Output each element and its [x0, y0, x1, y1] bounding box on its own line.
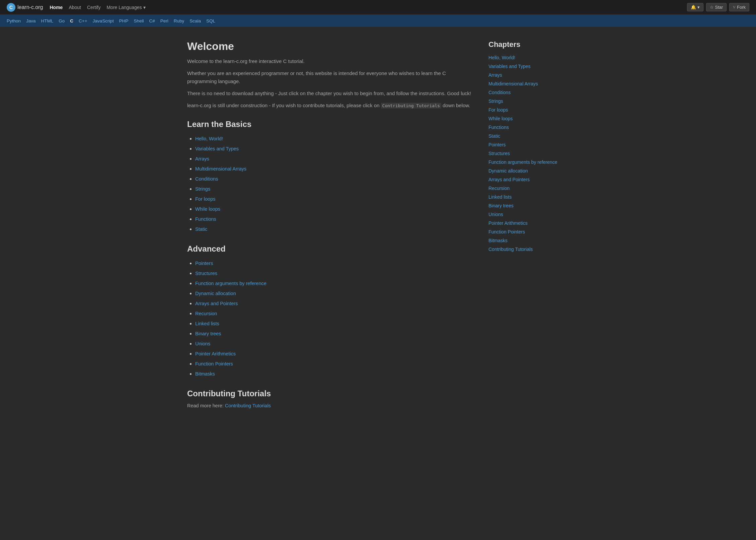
sidebar-link-while-loops[interactable]: While loops	[488, 116, 513, 121]
sidebar-item: Static	[488, 133, 569, 140]
link-recursion[interactable]: Recursion	[195, 311, 217, 316]
sidebar-item: Structures	[488, 150, 569, 157]
sidebar-item: For loops	[488, 107, 569, 114]
lang-sql[interactable]: SQL	[206, 18, 215, 23]
sidebar-link-dynamic-allocation[interactable]: Dynamic allocation	[488, 168, 528, 174]
sidebar-link-unions[interactable]: Unions	[488, 212, 503, 217]
sidebar-link-arrays-pointers[interactable]: Arrays and Pointers	[488, 177, 530, 182]
link-linked-lists[interactable]: Linked lists	[195, 321, 219, 326]
sidebar-item: Arrays	[488, 72, 569, 79]
sidebar-link-function-pointers[interactable]: Function Pointers	[488, 229, 525, 234]
sidebar-item: Recursion	[488, 185, 569, 192]
nav-home[interactable]: Home	[50, 5, 63, 10]
link-functions[interactable]: Functions	[195, 216, 216, 222]
list-item: Static	[195, 224, 475, 234]
sidebar-link-pointers[interactable]: Pointers	[488, 142, 506, 147]
link-function-args-ref[interactable]: Function arguments by reference	[195, 281, 267, 286]
list-item: Functions	[195, 214, 475, 224]
lang-java[interactable]: Java	[26, 18, 36, 23]
link-pointer-arithmetics[interactable]: Pointer Arithmetics	[195, 351, 236, 356]
list-item: Hello, World!	[195, 134, 475, 144]
lang-javascript[interactable]: JavaScript	[93, 18, 114, 23]
contributing-title: Contributing Tutorials	[187, 389, 475, 398]
sidebar-link-contributing[interactable]: Contributing Tutorials	[488, 247, 533, 252]
link-conditions[interactable]: Conditions	[195, 176, 218, 182]
lang-perl[interactable]: Perl	[160, 18, 168, 23]
link-for-loops[interactable]: For loops	[195, 196, 215, 202]
sidebar-link-strings[interactable]: Strings	[488, 98, 503, 104]
link-strings[interactable]: Strings	[195, 186, 210, 192]
sidebar-link-function-args-ref[interactable]: Function arguments by reference	[488, 159, 557, 165]
sidebar-link-arrays[interactable]: Arrays	[488, 72, 502, 78]
sidebar-link-static[interactable]: Static	[488, 133, 500, 139]
link-function-pointers[interactable]: Function Pointers	[195, 361, 233, 366]
list-item: Bitmasks	[195, 369, 475, 379]
sidebar-link-conditions[interactable]: Conditions	[488, 90, 511, 95]
sidebar-link-recursion[interactable]: Recursion	[488, 186, 510, 191]
intro-3: There is no need to download anything - …	[187, 89, 475, 97]
sidebar-link-hello-world[interactable]: Hello, World!	[488, 55, 515, 60]
sidebar-item: Multidimensional Arrays	[488, 80, 569, 87]
lang-ruby[interactable]: Ruby	[174, 18, 184, 23]
list-item: Structures	[195, 268, 475, 278]
nav-more-languages[interactable]: More Languages ▾	[106, 5, 145, 10]
link-static[interactable]: Static	[195, 226, 207, 232]
lang-cpp[interactable]: C++	[79, 18, 87, 23]
lang-html[interactable]: HTML	[41, 18, 54, 23]
top-navigation: C learn-c.org Home About Certify More La…	[0, 0, 756, 15]
lang-python[interactable]: Python	[7, 18, 21, 23]
nav-certify[interactable]: Certify	[87, 5, 100, 10]
fork-button[interactable]: ⑂ Fork	[729, 3, 749, 11]
sidebar: Chapters Hello, World! Variables and Typ…	[488, 40, 569, 408]
list-item: Recursion	[195, 309, 475, 319]
sidebar-item: Variables and Types	[488, 63, 569, 70]
sidebar-link-multidimensional[interactable]: Multidimensional Arrays	[488, 81, 538, 86]
link-bitmasks[interactable]: Bitmasks	[195, 371, 215, 377]
sidebar-link-bitmasks[interactable]: Bitmasks	[488, 238, 508, 243]
sidebar-item: Function arguments by reference	[488, 159, 569, 166]
advanced-title: Advanced	[187, 244, 475, 254]
sidebar-item: Dynamic allocation	[488, 167, 569, 175]
star-button[interactable]: ☆ Star	[706, 3, 727, 11]
contributing-tutorials-link[interactable]: Contributing Tutorials	[225, 403, 271, 408]
intro-1: Welcome to the learn-c.org free interact…	[187, 57, 475, 65]
lang-php[interactable]: PHP	[119, 18, 129, 23]
link-hello-world[interactable]: Hello, World!	[195, 136, 223, 141]
sidebar-item: Unions	[488, 211, 569, 218]
lang-shell[interactable]: Shell	[134, 18, 144, 23]
sidebar-link-linked-lists[interactable]: Linked lists	[488, 194, 512, 200]
sidebar-link-binary-trees[interactable]: Binary trees	[488, 203, 514, 208]
link-unions[interactable]: Unions	[195, 341, 210, 346]
sidebar-item: Pointers	[488, 141, 569, 148]
sidebar-chapter-list: Hello, World! Variables and Types Arrays…	[488, 54, 569, 253]
link-multidimensional-arrays[interactable]: Multidimensional Arrays	[195, 166, 246, 172]
contributing-tutorials-code: Contributing Tutorials	[381, 103, 441, 109]
notifications-button[interactable]: 🔔 ▾	[687, 3, 703, 11]
sidebar-link-variables-types[interactable]: Variables and Types	[488, 64, 531, 69]
lang-c[interactable]: C	[70, 18, 73, 23]
sidebar-link-for-loops[interactable]: For loops	[488, 107, 508, 113]
list-item: Dynamic allocation	[195, 288, 475, 298]
link-structures[interactable]: Structures	[195, 271, 217, 276]
page-title: Welcome	[187, 40, 475, 53]
basics-title: Learn the Basics	[187, 120, 475, 129]
link-variables-types[interactable]: Variables and Types	[195, 146, 239, 151]
lang-csharp[interactable]: C#	[149, 18, 155, 23]
lang-scala[interactable]: Scala	[190, 18, 201, 23]
sidebar-link-structures[interactable]: Structures	[488, 151, 510, 156]
sidebar-link-functions[interactable]: Functions	[488, 125, 509, 130]
list-item: Unions	[195, 339, 475, 349]
link-pointers[interactable]: Pointers	[195, 261, 213, 266]
link-dynamic-allocation[interactable]: Dynamic allocation	[195, 291, 236, 296]
logo-area: C learn-c.org	[7, 3, 43, 12]
link-while-loops[interactable]: While loops	[195, 206, 220, 212]
nav-about[interactable]: About	[69, 5, 81, 10]
sidebar-link-pointer-arithmetics[interactable]: Pointer Arithmetics	[488, 220, 528, 226]
link-arrays[interactable]: Arrays	[195, 156, 209, 161]
lang-go[interactable]: Go	[59, 18, 65, 23]
link-binary-trees[interactable]: Binary trees	[195, 331, 221, 336]
sidebar-item: Bitmasks	[488, 237, 569, 244]
sidebar-item: Contributing Tutorials	[488, 246, 569, 253]
link-arrays-and-pointers[interactable]: Arrays and Pointers	[195, 301, 238, 306]
list-item: Arrays and Pointers	[195, 298, 475, 309]
